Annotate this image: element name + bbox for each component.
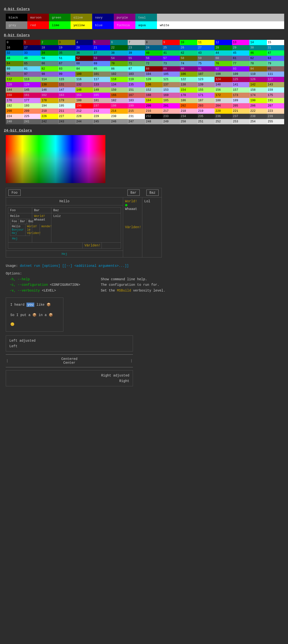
eightbit-cell-46: 46 — [249, 50, 267, 56]
eightbit-cell-197: 197 — [93, 103, 110, 108]
eightbit-cell-77: 77 — [232, 61, 250, 66]
eightbit-cell-105: 105 — [162, 72, 180, 77]
centered-box: | Centered Center | — [6, 354, 133, 367]
pipe-left: | — [6, 355, 9, 367]
nested-b-foo: Hello Bonjour Hej — [10, 224, 26, 236]
eightbit-cell-87: 87 — [128, 66, 145, 72]
nested-table: Foo Bar Baz Hello Bonjour Hej — [10, 219, 30, 236]
nested-header: Foo Bar Baz — [10, 219, 30, 224]
eightbit-cell-225: 225 — [23, 114, 41, 119]
eightbit-cell-194: 194 — [40, 103, 58, 108]
eightbit-cell-96: 96 — [6, 72, 23, 77]
eightbit-cell-112: 112 — [6, 77, 23, 82]
nested-h-foo: Foo — [10, 219, 19, 224]
eightbit-cell-190: 190 — [249, 98, 267, 103]
eightbit-cell-215: 215 — [128, 108, 145, 114]
eightbit-cell-29: 29 — [232, 45, 250, 50]
eightbit-cell-192: 192 — [6, 103, 23, 108]
eightbit-cell-130: 130 — [40, 82, 58, 87]
bar-button[interactable]: Bar — [128, 190, 140, 196]
eightbit-cell-216: 216 — [145, 108, 162, 114]
inner-header-bar: Bar — [32, 208, 51, 213]
eightbit-cell-193: 193 — [23, 103, 41, 108]
outer-body-row: Hello Foo Bar Baz Hello — [6, 198, 162, 257]
eightbit-cell-6: 6 — [110, 40, 128, 45]
eightbit-cell-12: 12 — [214, 40, 232, 45]
baz-button[interactable]: Baz — [146, 190, 159, 196]
eightbit-cell-173: 173 — [232, 92, 250, 98]
eightbit-cell-131: 131 — [58, 82, 76, 87]
eightbit-cell-249: 249 — [162, 119, 180, 124]
eightbit-cell-159: 159 — [267, 87, 284, 92]
outer-bar-area: World! Whaaat Världen! — [123, 198, 142, 257]
opt1-desc: Show command line help. — [101, 277, 282, 282]
eightbit-cell-62: 62 — [249, 56, 267, 61]
eightbit-cell-161: 161 — [23, 92, 41, 98]
fourbit-yellow: yellow — [70, 21, 92, 29]
eightbit-cell-107: 107 — [197, 72, 215, 77]
eightbit-cell-73: 73 — [162, 61, 180, 66]
eightbit-cell-155: 155 — [197, 87, 215, 92]
eightbit-cell-168: 168 — [145, 92, 162, 98]
eightbit-cell-220: 220 — [214, 108, 232, 114]
eightbit-cell-254: 254 — [249, 119, 267, 124]
eightbit-cell-54: 54 — [110, 56, 128, 61]
eightbit-cell-65: 65 — [23, 61, 41, 66]
eightbit-cell-108: 108 — [214, 72, 232, 77]
usage-cmd-text: dotnet run [options] [[--] <additional a… — [20, 264, 129, 268]
eightbit-cell-198: 198 — [110, 103, 128, 108]
eightbit-cell-39: 39 — [128, 50, 145, 56]
eightbit-cell-140: 140 — [214, 82, 232, 87]
eightbit-cell-0: 0 — [6, 40, 23, 45]
eightbit-cell-154: 154 — [180, 87, 197, 92]
eightbit-cell-70: 70 — [110, 61, 128, 66]
outer-lol: Lol — [144, 200, 160, 203]
eightbit-cell-212: 212 — [75, 108, 93, 114]
eightbit-cell-246: 246 — [110, 119, 128, 124]
eightbit-cell-14: 14 — [249, 40, 267, 45]
fourbit-blue: blue — [92, 21, 114, 29]
eightbit-cell-72: 72 — [145, 61, 162, 66]
opt3-v: -v, --verbosity — [10, 289, 40, 292]
eightbit-cell-47: 47 — [267, 50, 284, 56]
eightbit-cell-84: 84 — [75, 66, 93, 72]
eightbit-cell-191: 191 — [267, 98, 284, 103]
eightbit-cell-251: 251 — [197, 119, 215, 124]
eightbit-cell-28: 28 — [214, 45, 232, 50]
eightbit-cell-76: 76 — [214, 61, 232, 66]
nested-h-bar: Bar — [19, 219, 27, 224]
eightbit-cell-135: 135 — [128, 82, 145, 87]
eightbit-cell-83: 83 — [58, 66, 76, 72]
eightbit-cell-34: 34 — [40, 50, 58, 56]
eightbit-cell-232: 232 — [145, 114, 162, 119]
heard-box: I heard you like 📦 So I put a 📦 in a 📦 😊 — [6, 298, 63, 332]
eightbit-cell-202: 202 — [180, 103, 197, 108]
eightbit-cell-1: 1 — [23, 40, 41, 45]
eightbit-cell-158: 158 — [249, 87, 267, 92]
inner-table: Foo Bar Baz Hello Foo Bar — [8, 207, 121, 248]
eightbit-cell-57: 57 — [162, 56, 180, 61]
eightbit-cell-208: 208 — [6, 108, 23, 114]
centered-wrapper: | Centered Center | — [6, 354, 133, 367]
eightbit-cell-117: 117 — [93, 77, 110, 82]
eightbit-cell-85: 85 — [93, 66, 110, 72]
eightbit-cell-114: 114 — [40, 77, 58, 82]
eightbit-cell-239: 239 — [267, 114, 284, 119]
eightbit-cell-255: 255 — [267, 119, 284, 124]
eightbit-cell-179: 179 — [58, 98, 76, 103]
eightbit-cell-175: 175 — [267, 92, 284, 98]
eightbit-cell-104: 104 — [145, 72, 162, 77]
eightbit-cell-209: 209 — [23, 108, 41, 114]
eightbit-cell-153: 153 — [162, 87, 180, 92]
eightbit-cell-61: 61 — [232, 56, 250, 61]
eightbit-cell-22: 22 — [110, 45, 128, 50]
eightbit-cell-23: 23 — [128, 45, 145, 50]
eightbit-cell-122: 122 — [180, 77, 197, 82]
eightbit-cell-49: 49 — [23, 56, 41, 61]
eightbit-cell-10: 10 — [180, 40, 197, 45]
foo-button[interactable]: Foo — [8, 190, 21, 196]
eightbit-cell-99: 99 — [58, 72, 76, 77]
eightbit-cell-103: 103 — [128, 72, 145, 77]
eightbit-cell-9: 9 — [162, 40, 180, 45]
eightbit-cell-17: 17 — [23, 45, 41, 50]
